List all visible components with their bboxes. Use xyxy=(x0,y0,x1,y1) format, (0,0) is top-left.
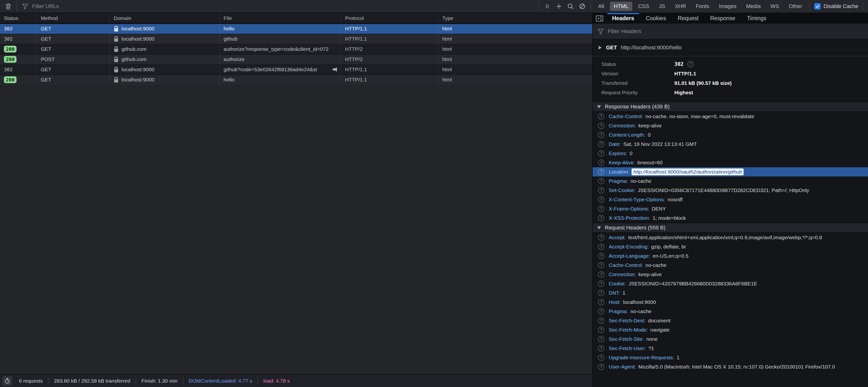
help-icon[interactable] xyxy=(598,234,604,241)
header-value: JSESSIONID=4207979BB426680D03288336A6F6B… xyxy=(628,281,757,287)
filter-chip[interactable]: Media xyxy=(742,2,765,11)
column-header[interactable]: Method xyxy=(37,13,110,23)
header-row[interactable]: Pragma no-cache xyxy=(593,307,868,316)
clear-requests-button[interactable] xyxy=(2,0,14,12)
table-row[interactable]: 200 GET github.com authorize?response_ty… xyxy=(0,44,592,54)
header-row[interactable]: User-Agent Mozilla/5.0 (Macintosh; Intel… xyxy=(593,362,868,371)
header-row[interactable]: X-XSS-Protection 1; mode=block xyxy=(593,213,868,223)
help-icon[interactable] xyxy=(598,290,604,296)
help-icon[interactable] xyxy=(598,178,604,184)
help-icon[interactable] xyxy=(598,113,604,120)
help-icon[interactable] xyxy=(598,364,604,370)
filter-chip[interactable]: XHR xyxy=(671,2,690,11)
header-row[interactable]: Expires 0 xyxy=(593,149,868,158)
details-tab[interactable]: Request xyxy=(672,13,705,24)
checkbox-checked-icon[interactable] xyxy=(814,3,820,9)
filter-urls-input[interactable]: Filter URLs xyxy=(20,3,536,9)
help-icon[interactable] xyxy=(598,345,604,352)
header-row[interactable]: Host localhost:9000 xyxy=(593,298,868,307)
help-icon[interactable] xyxy=(598,336,604,342)
details-tab[interactable]: Response xyxy=(705,13,741,24)
help-icon[interactable] xyxy=(687,61,694,67)
column-header[interactable]: File xyxy=(220,13,341,23)
header-row[interactable]: Cache-Control no-cache xyxy=(593,261,868,270)
search-button[interactable] xyxy=(565,0,577,12)
help-icon[interactable] xyxy=(598,262,604,268)
header-row[interactable]: Accept-Encoding gzip, deflate, br xyxy=(593,242,868,251)
split-panel-toggle-button[interactable] xyxy=(593,13,606,24)
header-row[interactable]: Content-Length 0 xyxy=(593,130,868,140)
blocking-button[interactable] xyxy=(577,0,588,12)
header-name: Sec-Fetch-Dest xyxy=(609,318,646,324)
add-request-button[interactable] xyxy=(553,0,565,12)
help-icon[interactable] xyxy=(598,150,604,156)
help-icon[interactable] xyxy=(598,280,604,287)
details-tab[interactable]: Timings xyxy=(741,13,772,24)
help-icon[interactable] xyxy=(598,354,604,361)
disable-cache-toggle[interactable]: Disable Cache xyxy=(814,3,858,9)
protocol-cell: HTTP/1.1 xyxy=(341,34,438,44)
table-row[interactable]: 200 GET localhost:9000 hello HTTP/1.1 ht… xyxy=(0,75,592,85)
header-row[interactable]: Keep-Alive timeout=60 xyxy=(593,158,868,167)
help-icon[interactable] xyxy=(598,141,604,147)
help-icon[interactable] xyxy=(598,187,604,194)
header-row[interactable]: Connection keep-alive xyxy=(593,270,868,279)
help-icon[interactable] xyxy=(598,197,604,203)
header-row[interactable]: Cookie JSESSIONID=4207979BB426680D032883… xyxy=(593,279,868,288)
lock-icon xyxy=(114,46,119,52)
pause-recording-button[interactable] xyxy=(541,0,553,12)
table-row[interactable]: 302 GET localhost:9000 github HTTP/1.1 h… xyxy=(0,34,592,44)
table-row[interactable]: 200 POST github.com authorize HTTP/2 htm… xyxy=(0,54,592,64)
filter-chip[interactable]: Images xyxy=(715,2,740,11)
header-row[interactable]: Accept text/html,application/xhtml+xml,a… xyxy=(593,233,868,242)
header-row[interactable]: Date Sat, 19 Nov 2022 13:13:41 GMT xyxy=(593,140,868,149)
help-icon[interactable] xyxy=(598,327,604,333)
help-icon[interactable] xyxy=(598,253,604,259)
header-row[interactable]: Cache-Control no-cache, no-store, max-ag… xyxy=(593,112,868,121)
table-row[interactable]: 302 GET localhost:9000 github?code=53e02… xyxy=(0,64,592,75)
header-row[interactable]: DNT 1 xyxy=(593,288,868,298)
header-row[interactable]: Connection keep-alive xyxy=(593,121,868,130)
details-tab[interactable]: Cookies xyxy=(640,13,672,24)
column-header[interactable]: Domain xyxy=(110,13,220,23)
help-icon[interactable] xyxy=(598,159,604,166)
help-icon[interactable] xyxy=(598,271,604,278)
filter-chip[interactable]: All xyxy=(594,2,608,11)
details-tab[interactable]: Headers xyxy=(606,13,640,24)
column-header[interactable]: Status xyxy=(0,13,37,23)
request-url-row[interactable]: GET http://localhost:9000/hello xyxy=(593,39,868,56)
help-icon[interactable] xyxy=(598,308,604,315)
filter-chip[interactable]: Other xyxy=(785,2,806,11)
request-headers-section[interactable]: Request Headers (559 B) xyxy=(593,223,868,233)
header-row[interactable]: X-Content-Type-Options nosniff xyxy=(593,195,868,204)
filter-chip[interactable]: JS xyxy=(655,2,669,11)
help-icon[interactable] xyxy=(598,169,604,175)
header-row[interactable]: Location http://localhost:9000/oauth2/au… xyxy=(593,167,868,177)
help-icon[interactable] xyxy=(598,244,604,250)
response-headers-section[interactable]: Response Headers (439 B) xyxy=(593,101,868,112)
header-row[interactable]: Upgrade-Insecure-Requests 1 xyxy=(593,353,868,362)
header-row[interactable]: Sec-Fetch-User ?1 xyxy=(593,344,868,353)
help-icon[interactable] xyxy=(598,299,604,305)
filter-chip[interactable]: WS xyxy=(767,2,783,11)
help-icon[interactable] xyxy=(598,206,604,212)
header-row[interactable]: X-Frame-Options DENY xyxy=(593,204,868,213)
header-row[interactable]: Sec-Fetch-Mode navigate xyxy=(593,325,868,334)
column-header[interactable]: Protocol xyxy=(341,13,438,23)
performance-analysis-button[interactable] xyxy=(2,376,12,386)
filter-headers-input[interactable]: Filter Headers xyxy=(593,24,868,39)
help-icon[interactable] xyxy=(598,132,604,138)
help-icon[interactable] xyxy=(598,215,604,221)
column-header[interactable]: Type xyxy=(438,13,592,23)
header-row[interactable]: Sec-Fetch-Dest document xyxy=(593,316,868,325)
help-icon[interactable] xyxy=(598,122,604,129)
filter-chip[interactable]: HTML xyxy=(610,2,632,11)
filter-chip[interactable]: CSS xyxy=(634,2,653,11)
help-icon[interactable] xyxy=(598,318,604,324)
filter-chip[interactable]: Fonts xyxy=(692,2,713,11)
header-row[interactable]: Set-Cookie JSESSIONID=0356C87171E44880D9… xyxy=(593,186,868,195)
header-row[interactable]: Pragma no-cache xyxy=(593,177,868,186)
table-row[interactable]: 302 GET localhost:9000 hello HTTP/1.1 ht… xyxy=(0,24,592,34)
header-row[interactable]: Accept-Language en-US,en;q=0.5 xyxy=(593,251,868,261)
header-row[interactable]: Sec-Fetch-Site none xyxy=(593,334,868,344)
